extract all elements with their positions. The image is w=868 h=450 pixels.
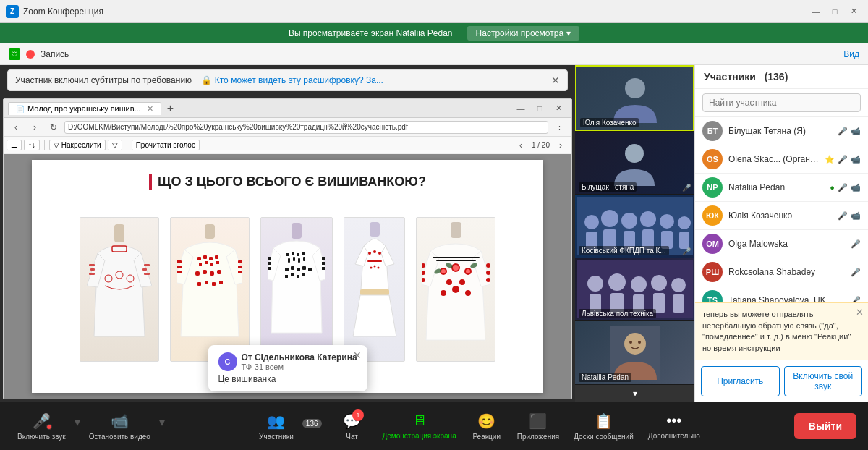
pdf-page-info: 1 / 20 <box>532 141 550 149</box>
participant-icons: 🎤 <box>851 239 861 249</box>
svg-rect-54 <box>268 267 271 270</box>
toolbar-apps[interactable]: ⬛ Приложения <box>511 409 566 443</box>
svg-rect-6 <box>142 268 147 271</box>
url-bar[interactable] <box>64 121 548 134</box>
toolbar-whiteboard[interactable]: 📋 Доски сообщений <box>568 409 639 443</box>
toolbar-chat[interactable]: 💬 1 Чат <box>331 409 374 443</box>
svg-point-78 <box>466 269 470 273</box>
pdf-menu[interactable]: ☰ <box>7 140 22 150</box>
minimize-button[interactable]: — <box>807 5 825 18</box>
toolbar-reactions[interactable]: 😊 Реакции <box>465 409 509 443</box>
participant-item[interactable]: РШ Rokcsolana Shabadey 🎤 <box>695 258 868 286</box>
participant-item[interactable]: БТ Білущак Тетяна (Я) 🎤 📹 <box>695 117 868 145</box>
svg-rect-7 <box>144 273 150 275</box>
forward-button[interactable]: › <box>27 120 43 135</box>
svg-point-89 <box>486 278 490 282</box>
pdf-sort[interactable]: ↑↓ <box>24 140 40 150</box>
feedback-close[interactable]: ✕ <box>856 306 864 319</box>
pdf-next[interactable]: › <box>553 138 569 153</box>
pdf-mode[interactable]: ▽ <box>108 140 122 150</box>
video-dropdown[interactable]: ▾ <box>159 415 165 429</box>
unmute-all-button[interactable]: Включить свой звук <box>784 366 863 396</box>
svg-rect-3 <box>90 268 95 271</box>
svg-point-114 <box>671 278 686 292</box>
participants-label: Участники <box>259 433 294 441</box>
participants-title: Участники (136) <box>704 71 788 82</box>
mic-muted-icon: 🎤 <box>851 239 861 249</box>
tab-close[interactable]: ✕ <box>147 104 153 114</box>
toolbar-share[interactable]: 🖥 Демонстрация экрана <box>377 409 462 443</box>
pdf-prev[interactable]: ‹ <box>513 138 529 153</box>
subtitle-text: Участник включил субтитры по требованию … <box>15 75 545 85</box>
svg-rect-16 <box>199 263 202 266</box>
svg-rect-29 <box>177 266 182 268</box>
participants-header: Участники (136) <box>695 65 868 89</box>
svg-rect-2 <box>89 264 95 266</box>
svg-rect-44 <box>291 266 294 270</box>
recording-label: Запись <box>41 49 69 59</box>
participants-search-input[interactable] <box>702 93 861 112</box>
participant-item[interactable]: OS Olena Skac... (Організатор) ⭐ 🎤 📹 <box>695 145 868 174</box>
video-tile-lviv[interactable]: Львівська політехніка <box>575 258 694 321</box>
browser-close[interactable]: ✕ <box>550 102 567 115</box>
participants-icon: 👥 <box>267 413 285 429</box>
svg-rect-67 <box>451 222 461 238</box>
video-tile-julia[interactable]: Юлія Козаченко <box>575 65 694 131</box>
participant-item[interactable]: OM Olga Malowska 🎤 <box>695 230 868 258</box>
svg-rect-52 <box>268 257 271 260</box>
svg-rect-49 <box>291 273 294 276</box>
chat-popup-close[interactable]: ✕ <box>353 349 362 361</box>
toolbar-mic[interactable]: 🎤 Включить звук <box>12 409 72 443</box>
svg-point-60 <box>368 252 371 255</box>
participant-item[interactable]: NP Nataliia Pedan ● 🎤 📹 <box>695 174 868 202</box>
back-button[interactable]: ‹ <box>8 120 24 135</box>
main-content: Участник включил субтитры по требованию … <box>0 65 868 402</box>
video-tile-kosiv[interactable]: Косівський ФКПДП та К... 🎤 <box>575 195 694 258</box>
subtitle-close[interactable]: ✕ <box>551 75 560 86</box>
svg-rect-5 <box>144 264 150 266</box>
participant-avatar: OS <box>702 149 723 169</box>
svg-point-118 <box>629 341 632 344</box>
vyshyvanka-image-3 <box>260 217 333 362</box>
svg-point-76 <box>441 269 446 273</box>
camera-icon: 📹 <box>851 127 861 136</box>
video-tile-bilushchak[interactable]: Білущак Тетяна 🎤 <box>575 132 694 195</box>
mic-muted-icon: 🎤 <box>838 211 848 221</box>
pdf-draw[interactable]: ▽ Накреслити <box>49 140 106 150</box>
view-button[interactable]: Вид <box>843 49 859 59</box>
pdf-read-aloud[interactable]: Прочитати вголос <box>132 140 200 150</box>
maximize-button[interactable]: □ <box>826 5 843 18</box>
feedback-text: теперь вы можете отправлять невербальную… <box>702 310 851 352</box>
browser-tab[interactable]: 📄 Молод про українську вишив... ✕ <box>8 102 161 115</box>
extensions-btn[interactable]: ⋮ <box>551 120 567 135</box>
mic-muted-indicator <box>46 424 52 430</box>
participant-item[interactable]: TS Tatiana Shapovalova, UK 🎤 <box>695 286 868 302</box>
browser-maximize[interactable]: □ <box>531 102 548 115</box>
new-tab-button[interactable]: + <box>164 102 176 115</box>
svg-rect-20 <box>195 271 200 276</box>
security-icon: 🛡 <box>9 48 20 60</box>
pdf-page-title: ЩО З ЦЬОГО ВСЬОГО Є ВИШИВАНКОЮ? <box>149 174 426 190</box>
toolbar-participants[interactable]: 👥 Участники <box>253 409 299 443</box>
svg-point-119 <box>638 341 641 344</box>
close-button[interactable]: ✕ <box>845 5 862 18</box>
svg-rect-48 <box>285 275 288 278</box>
chat-badge: 1 <box>352 409 364 421</box>
svg-point-88 <box>486 271 490 275</box>
chat-message-text: Це вишиванка <box>218 374 357 384</box>
chat-target: ТФ-31 всем <box>241 362 357 371</box>
invite-button[interactable]: Пригласить <box>701 366 780 396</box>
view-settings-button[interactable]: Настройки просмотра ▾ <box>467 26 580 41</box>
browser-minimize[interactable]: — <box>512 102 529 115</box>
mic-dropdown[interactable]: ▾ <box>75 415 80 429</box>
subtitle-link[interactable]: 🔒 Кто может видеть эту расшифровку? За..… <box>201 75 383 85</box>
video-scroll-indicator[interactable]: ▾ <box>575 385 694 402</box>
video-tile-natalia[interactable]: Nataliia Pedan <box>575 321 694 384</box>
participant-name: Olena Skac... (Організатор) <box>728 154 819 164</box>
refresh-button[interactable]: ↻ <box>46 120 61 135</box>
vyshyvanka-image-4 <box>344 217 405 362</box>
toolbar-video[interactable]: 📹 Остановить видео <box>83 409 156 443</box>
leave-button[interactable]: Выйти <box>794 413 856 439</box>
toolbar-more[interactable]: ••• Дополнительно <box>642 409 706 443</box>
participant-item[interactable]: ЮК Юлія Козаченко 🎤 📹 <box>695 202 868 230</box>
